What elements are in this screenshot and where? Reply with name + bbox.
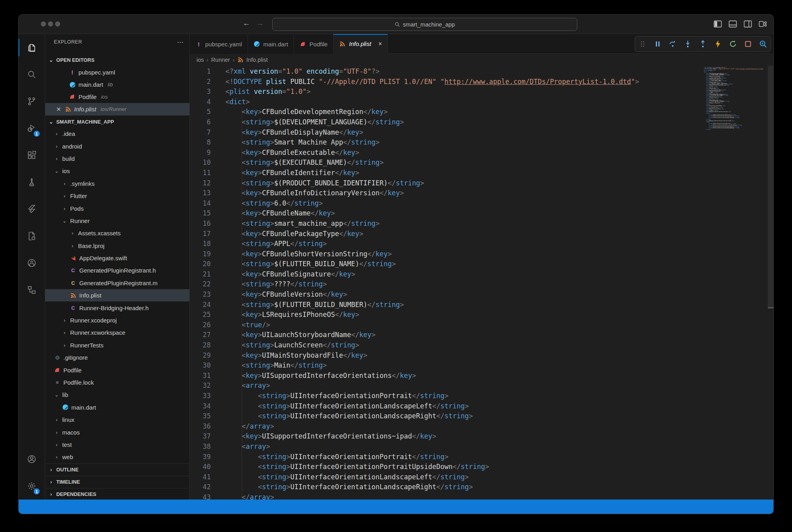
open-editor-pubspec.yaml[interactable]: !pubspec.yaml <box>45 66 189 78</box>
code-line-39[interactable]: 39 <string>UIInterfaceOrientationPortrai… <box>190 452 703 462</box>
code-line-31[interactable]: 31 <key>UISupportedInterfaceOrientations… <box>190 371 703 381</box>
toggle-secondary-sidebar-icon[interactable] <box>744 20 752 28</box>
pause-icon[interactable] <box>653 40 662 48</box>
open-editor-Podfile[interactable]: Podfileios <box>45 91 189 103</box>
section-timeline[interactable]: ›TIMELINE <box>45 476 189 488</box>
tree-item-macos[interactable]: ›macos <box>45 426 189 438</box>
code-line-8[interactable]: 8 <string>Smart Machine App</string> <box>190 137 703 148</box>
code-line-16[interactable]: 16 <string>smart_machine_app</string> <box>190 219 703 229</box>
tree-item-test[interactable]: ›test <box>45 439 189 451</box>
tree-item-Pods[interactable]: ›Pods <box>45 202 189 214</box>
code-line-17[interactable]: 17 <key>CFBundlePackageType</key> <box>190 229 703 239</box>
code-line-11[interactable]: 11 <key>CFBundleIdentifier</key> <box>190 168 703 178</box>
toggle-primary-sidebar-icon[interactable] <box>714 20 722 28</box>
activity-flutter-icon[interactable] <box>19 196 45 223</box>
activity-extensions-icon[interactable] <box>19 142 45 169</box>
tree-item-Runner-Bridging-Header.h[interactable]: CRunner-Bridging-Header.h <box>45 301 189 314</box>
code-area[interactable]: 1<?xml version="1.0" encoding="UTF-8"?>2… <box>190 66 773 500</box>
code-line-43[interactable]: 43 </array> <box>190 492 703 500</box>
step-over-icon[interactable] <box>668 40 677 48</box>
restart-icon[interactable] <box>729 40 737 48</box>
breadcrumb-item[interactable]: ios <box>197 57 204 63</box>
code-line-40[interactable]: 40 <string>UIInterfaceOrientationPortrai… <box>190 462 703 472</box>
scrollbar-thumb[interactable] <box>768 66 773 308</box>
tree-item-main.dart[interactable]: main.dart <box>45 401 189 414</box>
hot-reload-icon[interactable] <box>714 40 722 48</box>
tab-pubspec.yaml[interactable]: !pubspec.yaml <box>190 34 248 54</box>
code-line-42[interactable]: 42 <string>UIInterfaceOrientationLandsca… <box>190 482 703 492</box>
tree-item-.gitignore[interactable]: .gitignore <box>45 351 189 364</box>
code-line-19[interactable]: 19 <key>CFBundleShortVersionString</key> <box>190 249 703 259</box>
activity-source-control-icon[interactable] <box>19 88 45 115</box>
open-editor-main.dart[interactable]: main.dartlib <box>45 78 189 91</box>
command-center-search[interactable]: smart_machine_app <box>272 18 577 31</box>
tree-item-RunnerTests[interactable]: ›RunnerTests <box>45 339 189 351</box>
code-line-24[interactable]: 24 <string>$(FLUTTER_BUILD_NUMBER)</stri… <box>190 300 703 310</box>
editor-scrollbar[interactable] <box>768 66 773 500</box>
activity-run-debug-icon[interactable]: 1 <box>19 115 45 142</box>
activity-explorer-icon[interactable] <box>19 34 45 61</box>
code-line-38[interactable]: 38 <array> <box>190 442 703 452</box>
open-editors-section-header[interactable]: ⌄ OPEN EDITORS <box>45 54 189 66</box>
window-minimize-button[interactable] <box>48 21 53 27</box>
tree-item-Podfile.lock[interactable]: ≡Podfile.lock <box>45 376 189 389</box>
activity-search-icon[interactable] <box>19 61 45 88</box>
code-line-23[interactable]: 23 <key>CFBundleVersion</key> <box>190 290 703 300</box>
toggle-panel-icon[interactable] <box>729 20 737 28</box>
code-line-20[interactable]: 20 <string>$(FLUTTER_BUILD_NAME)</string… <box>190 259 703 269</box>
tree-item-GeneratedPluginRegistrant.m[interactable]: CGeneratedPluginRegistrant.m <box>45 277 189 289</box>
tab-Podfile[interactable]: Podfile <box>294 34 334 54</box>
section-dependencies[interactable]: ›DEPENDENCIES <box>45 488 189 500</box>
code-line-5[interactable]: 5 <key>CFBundleDevelopmentRegion</key> <box>190 107 703 117</box>
code-line-3[interactable]: 3<plist version="1.0"> <box>190 87 703 97</box>
code-line-2[interactable]: 2<!DOCTYPE plist PUBLIC "-//Apple//DTD P… <box>190 77 703 87</box>
breadcrumb-item[interactable]: Runner <box>211 57 230 63</box>
code-line-4[interactable]: 4<dict> <box>190 97 703 107</box>
minimap[interactable]: <?xml version="1.0" encoding="UTF-8"?><!… <box>704 67 766 233</box>
code-line-9[interactable]: 9 <key>CFBundleExecutable</key> <box>190 148 703 158</box>
code-line-21[interactable]: 21 <key>CFBundleSignature</key> <box>190 269 703 280</box>
tab-Info.plist[interactable]: Info.plist× <box>334 34 388 54</box>
nav-back-button[interactable]: ← <box>241 19 252 28</box>
code-line-34[interactable]: 34 <string>UIInterfaceOrientationLandsca… <box>190 401 703 412</box>
code-line-25[interactable]: 25 <key>LSRequiresIPhoneOS</key> <box>190 310 703 320</box>
code-line-1[interactable]: 1<?xml version="1.0" encoding="UTF-8"?> <box>190 67 703 77</box>
tree-item-Runner[interactable]: ⌄Runner <box>45 215 189 227</box>
code-line-29[interactable]: 29 <key>UIMainStoryboardFile</key> <box>190 351 703 361</box>
code-line-33[interactable]: 33 <string>UIInterfaceOrientationPortrai… <box>190 391 703 401</box>
activity-settings-icon[interactable]: 1 <box>19 473 45 500</box>
code-line-7[interactable]: 7 <key>CFBundleDisplayName</key> <box>190 128 703 138</box>
code-line-36[interactable]: 36 </array> <box>190 421 703 432</box>
tree-item-lib[interactable]: ⌄lib <box>45 389 189 401</box>
window-zoom-button[interactable] <box>55 21 60 27</box>
tree-item-Runner.xcworkspace[interactable]: ›Runner.xcworkspace <box>45 326 189 339</box>
code-line-15[interactable]: 15 <key>CFBundleName</key> <box>190 208 703 219</box>
tree-item-Flutter[interactable]: ›Flutter <box>45 190 189 202</box>
code-line-14[interactable]: 14 <string>6.0</string> <box>190 198 703 209</box>
code-line-37[interactable]: 37 <key>UISupportedInterfaceOrientations… <box>190 431 703 442</box>
tree-item-AppDelegate.swift[interactable]: AppDelegate.swift <box>45 252 189 264</box>
step-out-icon[interactable] <box>698 40 707 48</box>
tree-item-Info.plist[interactable]: Info.plist <box>45 289 189 301</box>
code-line-28[interactable]: 28 <string>LaunchScreen</string> <box>190 340 703 351</box>
tree-item-.symlinks[interactable]: ›.symlinks <box>45 177 189 190</box>
project-section-header[interactable]: ⌄ SMART_MACHINE_APP <box>45 115 189 128</box>
stop-icon[interactable] <box>744 40 752 48</box>
code-line-10[interactable]: 10 <string>$(EXECUTABLE_NAME)</string> <box>190 158 703 168</box>
code-line-6[interactable]: 6 <string>$(DEVELOPMENT_LANGUAGE)</strin… <box>190 117 703 128</box>
activity-remote-projects-icon[interactable] <box>19 276 45 303</box>
tree-item-.idea[interactable]: ›.idea <box>45 128 189 140</box>
tree-item-android[interactable]: ›android <box>45 140 189 152</box>
tab-main.dart[interactable]: main.dart <box>248 34 294 54</box>
open-editor-Info.plist[interactable]: ✕Info.plistios/Runner <box>45 103 189 115</box>
tree-item-Podfile[interactable]: Podfile <box>45 364 189 376</box>
activity-run-config-icon[interactable] <box>19 223 45 250</box>
section-outline[interactable]: ›OUTLINE <box>45 463 189 476</box>
breadcrumb-item[interactable]: Info.plist <box>246 57 268 63</box>
inspector-icon[interactable] <box>759 40 767 48</box>
code-line-32[interactable]: 32 <array> <box>190 381 703 391</box>
tree-item-ios[interactable]: ⌄ios <box>45 165 189 177</box>
activity-testing-icon[interactable] <box>19 169 45 196</box>
code-line-22[interactable]: 22 <string>????</string> <box>190 279 703 290</box>
close-icon[interactable]: × <box>378 40 382 48</box>
